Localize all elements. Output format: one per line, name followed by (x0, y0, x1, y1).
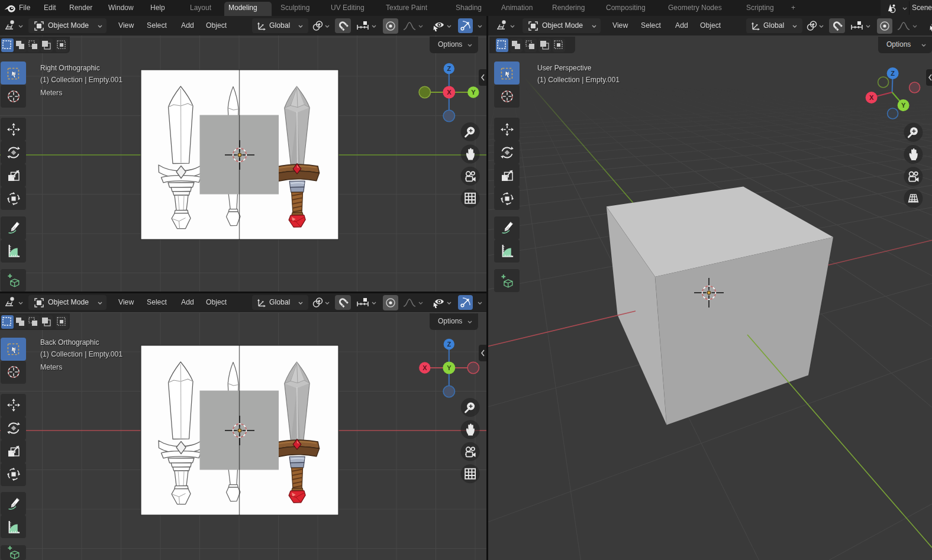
svg-text:Z: Z (891, 70, 895, 77)
svg-text:Z: Z (447, 341, 451, 348)
svg-text:X: X (447, 89, 452, 96)
svg-text:Z: Z (447, 65, 451, 72)
svg-text:Y: Y (471, 89, 476, 96)
svg-text:Y: Y (447, 364, 452, 371)
svg-text:X: X (423, 364, 427, 371)
svg-text:X: X (869, 94, 874, 101)
svg-text:Y: Y (901, 102, 906, 109)
